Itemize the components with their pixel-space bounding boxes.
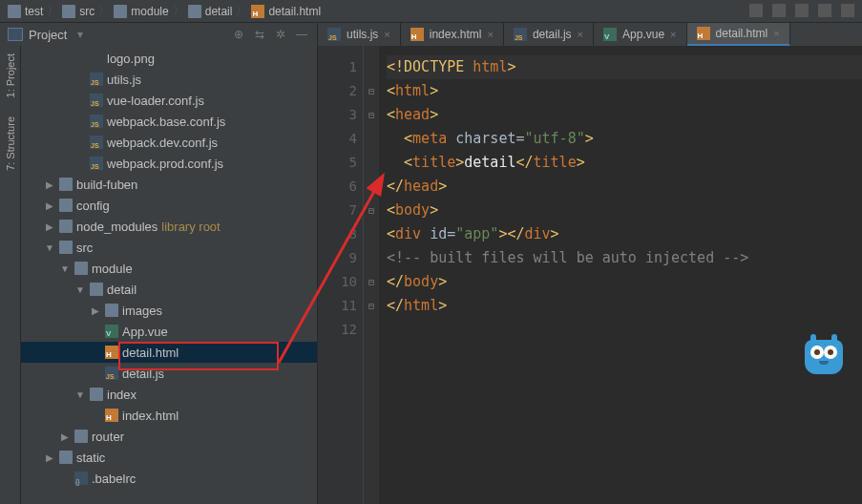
crumb-detail[interactable]: detail <box>188 5 233 18</box>
gear-icon[interactable]: ✲ <box>273 27 288 42</box>
expand-arrow[interactable]: ▼ <box>44 242 55 253</box>
tree-item-App.vue[interactable]: App.vue <box>21 321 317 342</box>
crumb-detail.html[interactable]: detail.html <box>251 5 321 18</box>
expand-arrow[interactable]: ▶ <box>44 452 55 463</box>
expand-arrow[interactable]: ▼ <box>74 389 86 400</box>
line-number[interactable]: 4 <box>318 127 357 151</box>
code-line[interactable]: <body> <box>387 199 862 222</box>
line-number[interactable]: 3 <box>318 103 357 127</box>
line-number[interactable]: 8 <box>318 222 357 246</box>
tree-item-index.html[interactable]: index.html <box>21 405 317 426</box>
tree-item-webpack.prod.conf.js[interactable]: webpack.prod.conf.js <box>21 153 317 174</box>
rail-structure[interactable]: 7: Structure <box>5 113 16 175</box>
expand-arrow[interactable]: ▶ <box>44 221 55 232</box>
tree-item-src[interactable]: ▼src <box>21 237 317 258</box>
fold-marker[interactable] <box>364 151 379 175</box>
fold-marker[interactable] <box>364 246 379 270</box>
line-number[interactable]: 6 <box>318 175 357 199</box>
line-number[interactable]: 12 <box>318 318 357 342</box>
expand-arrow[interactable]: ▶ <box>44 200 55 211</box>
project-pane-header[interactable]: Project ▾ ⊕ ⇆ ✲ — <box>0 23 318 46</box>
line-number[interactable]: 10 <box>318 270 357 294</box>
code-line[interactable]: </body> <box>387 270 862 294</box>
tree-item-config[interactable]: ▶config <box>21 195 317 216</box>
code-line[interactable]: <!DOCTYPE html> <box>387 55 862 79</box>
tree-item-router[interactable]: ▶router <box>21 426 317 447</box>
tree-item-node_modules[interactable]: ▶node_moduleslibrary root <box>21 216 317 237</box>
fold-marker[interactable] <box>364 318 379 342</box>
expand-arrow[interactable]: ▶ <box>59 431 71 442</box>
tree-item-utils.js[interactable]: utils.js <box>21 69 317 90</box>
tree-item-detail[interactable]: ▼detail <box>21 279 317 300</box>
tree-item-.babelrc[interactable]: .babelrc <box>21 468 317 489</box>
crumb-module[interactable]: module <box>114 5 168 18</box>
code-line[interactable]: <html> <box>387 79 862 103</box>
tree-item-detail.js[interactable]: detail.js <box>21 363 317 384</box>
close-tab-icon[interactable]: × <box>578 29 583 40</box>
fold-marker[interactable]: ⊟ <box>364 103 379 127</box>
fold-marker[interactable]: ⊟ <box>364 79 379 103</box>
expand-arrow[interactable]: ▼ <box>74 284 86 295</box>
crumb-test[interactable]: test <box>8 5 43 18</box>
close-tab-icon[interactable]: × <box>773 28 779 39</box>
toolbar-icon[interactable] <box>749 4 763 17</box>
line-number[interactable]: 2 <box>318 79 357 103</box>
tree-item-detail.html[interactable]: detail.html <box>21 342 317 363</box>
code-line[interactable] <box>387 318 862 342</box>
project-tree[interactable]: logo.pngutils.jsvue-loader.conf.jswebpac… <box>21 46 318 504</box>
tree-item-module[interactable]: ▼module <box>21 258 317 279</box>
code-editor[interactable]: 123456789101112 ⊟⊟⊟⊟⊟ <!DOCTYPE html><ht… <box>318 46 862 504</box>
code-line[interactable]: </html> <box>387 294 862 318</box>
html-icon <box>105 409 118 422</box>
code-line[interactable]: <title>detail</title> <box>387 151 862 175</box>
tree-item-images[interactable]: ▶images <box>21 300 317 321</box>
collapse-icon[interactable]: ⇆ <box>252 27 267 42</box>
hide-icon[interactable]: — <box>294 27 309 42</box>
assistant-avatar[interactable] <box>803 332 845 374</box>
tab-utils.js[interactable]: utils.js× <box>318 23 401 46</box>
fold-marker[interactable]: ⊟ <box>364 199 379 222</box>
tab-detail.js[interactable]: detail.js× <box>504 23 594 46</box>
close-tab-icon[interactable]: × <box>670 29 676 40</box>
line-number[interactable]: 11 <box>318 294 357 318</box>
toolbar-icon[interactable] <box>841 4 854 17</box>
toolbar-icon[interactable] <box>818 4 831 17</box>
expand-arrow[interactable]: ▼ <box>59 263 71 274</box>
line-number[interactable]: 1 <box>318 55 357 79</box>
toolbar-icon[interactable] <box>772 4 786 17</box>
tree-item-build-fuben[interactable]: ▶build-fuben <box>21 174 317 195</box>
crumb-src[interactable]: src <box>62 5 95 18</box>
close-tab-icon[interactable]: × <box>384 29 389 40</box>
fold-marker[interactable]: ⊟ <box>364 270 379 294</box>
toolbar-icon[interactable] <box>795 4 809 17</box>
fold-marker[interactable] <box>364 127 379 151</box>
line-number[interactable]: 5 <box>318 151 357 175</box>
tab-index.html[interactable]: index.html× <box>401 23 504 46</box>
line-number[interactable]: 9 <box>318 246 357 270</box>
line-number[interactable]: 7 <box>318 199 357 222</box>
code-area[interactable]: <!DOCTYPE html><html><head> <meta charse… <box>379 46 862 504</box>
tree-item-vue-loader.conf.js[interactable]: vue-loader.conf.js <box>21 90 317 111</box>
dropdown-icon[interactable]: ▾ <box>73 27 88 42</box>
fold-marker[interactable]: ⊟ <box>364 294 379 318</box>
expand-arrow[interactable]: ▶ <box>90 305 101 316</box>
close-tab-icon[interactable]: × <box>487 29 493 40</box>
tab-App.vue[interactable]: App.vue× <box>594 23 686 46</box>
code-line[interactable]: <meta charset="utf-8"> <box>387 127 862 151</box>
fold-marker[interactable] <box>364 175 379 199</box>
locate-icon[interactable]: ⊕ <box>231 27 246 42</box>
code-line[interactable]: <div id="app"></div> <box>387 222 862 246</box>
tab-detail.html[interactable]: detail.html× <box>687 23 790 46</box>
tree-item-index[interactable]: ▼index <box>21 384 317 405</box>
tree-item-static[interactable]: ▶static <box>21 447 317 468</box>
code-line[interactable]: </head> <box>387 175 862 199</box>
fold-marker[interactable] <box>364 222 379 246</box>
tree-item-webpack.base.conf.js[interactable]: webpack.base.conf.js <box>21 111 317 132</box>
code-line[interactable]: <!-- built files will be auto injected -… <box>387 246 862 270</box>
tree-item-webpack.dev.conf.js[interactable]: webpack.dev.conf.js <box>21 132 317 153</box>
code-line[interactable]: <head> <box>387 103 862 127</box>
fold-marker[interactable] <box>364 55 379 79</box>
rail-project[interactable]: 1: Project <box>5 50 16 101</box>
expand-arrow[interactable]: ▶ <box>44 179 55 190</box>
tree-item-logo.png[interactable]: logo.png <box>21 48 317 69</box>
